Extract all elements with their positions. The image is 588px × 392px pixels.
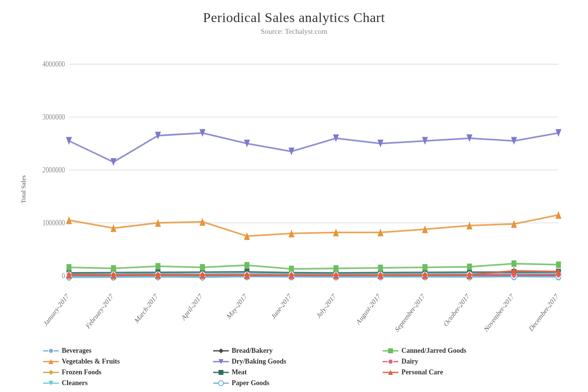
svg-text:3000000: 3000000 [43,112,65,121]
legend-label: Dry/Baking Goods [232,358,287,366]
legend-label: Meat [232,368,247,376]
legend-marker [214,347,228,354]
line-chart: 01000000200000030000004000000January-201… [29,41,573,338]
svg-text:November-2017: November-2017 [483,292,515,334]
legend-item: Vegetables & Fruits [44,358,204,366]
svg-marker-158 [219,348,223,353]
svg-rect-128 [467,264,472,270]
svg-rect-120 [111,265,116,271]
legend-item: Bread/Bakery [214,347,374,355]
chart-inner: 01000000200000030000004000000January-201… [29,41,573,338]
legend-label: Paper Goods [232,379,270,387]
svg-marker-83 [66,137,72,145]
legend-label: Frozen Foods [62,368,101,376]
chart-area: Total Sales 0100000020000003000000400000… [15,41,573,338]
legend-item: Personal Care [384,368,544,376]
legend-marker [384,347,397,354]
legend-marker [214,369,228,376]
svg-text:February-2017: February-2017 [85,292,115,330]
svg-rect-121 [155,263,160,270]
legend-marker [214,358,228,365]
legend-marker [44,369,58,376]
svg-rect-123 [245,262,249,269]
svg-text:4000000: 4000000 [43,59,65,69]
legend: BeveragesBread/BakeryCanned/Jarred Goods… [15,340,573,387]
legend-marker [44,358,58,365]
svg-point-166 [388,359,393,364]
legend-label: Beverages [62,347,92,355]
svg-text:April-2017: April-2017 [180,292,203,322]
svg-text:1000000: 1000000 [43,218,65,227]
svg-text:September-2017: September-2017 [393,292,426,334]
svg-rect-129 [512,260,516,267]
chart-container: Periodical Sales analytics Chart Source:… [0,0,588,392]
legend-label: Canned/Jarred Goods [401,347,466,355]
legend-item: Frozen Foods [44,368,204,376]
svg-text:October-2017: October-2017 [442,292,470,328]
chart-subtitle: Source: Techalyst.com [15,27,573,36]
svg-marker-84 [110,158,116,166]
legend-item: Meat [214,368,374,376]
svg-rect-126 [378,265,383,271]
svg-text:August-2017: August-2017 [355,292,381,326]
legend-marker [44,380,58,387]
legend-label: Dairy [401,358,418,366]
svg-text:March-2017: March-2017 [133,292,159,325]
legend-marker [384,369,397,376]
legend-marker [214,380,228,387]
svg-rect-127 [422,264,427,270]
legend-item: Beverages [44,347,204,355]
chart-title: Periodical Sales analytics Chart [15,10,573,25]
svg-rect-160 [388,348,393,353]
svg-rect-130 [556,262,561,268]
svg-text:2000000: 2000000 [43,165,65,174]
svg-point-176 [219,381,223,386]
legend-label: Personal Care [401,368,443,376]
legend-label: Bread/Bakery [232,347,273,355]
legend-label: Cleaners [62,379,88,387]
svg-text:July-2017: July-2017 [316,292,337,319]
svg-text:May-2017: May-2017 [225,292,247,320]
svg-point-156 [49,348,53,353]
svg-rect-119 [67,264,72,270]
svg-rect-170 [219,370,223,375]
svg-marker-168 [49,370,53,375]
legend-item: Cleaners [44,379,204,387]
legend-marker [44,347,58,354]
svg-text:0: 0 [62,270,65,280]
svg-rect-122 [200,264,205,270]
legend-item: Canned/Jarred Goods [384,347,544,355]
svg-text:January-2017: January-2017 [42,292,70,328]
svg-text:December-2017: December-2017 [528,292,560,333]
y-axis-label: Total Sales [15,41,29,338]
svg-rect-125 [334,265,339,271]
legend-marker [384,358,397,365]
legend-item: Dry/Baking Goods [214,358,374,366]
legend-item: Dairy [384,358,544,366]
svg-text:June-2017: June-2017 [270,292,292,320]
legend-item: Paper Goods [214,379,374,387]
legend-label: Vegetables & Fruits [62,358,120,366]
